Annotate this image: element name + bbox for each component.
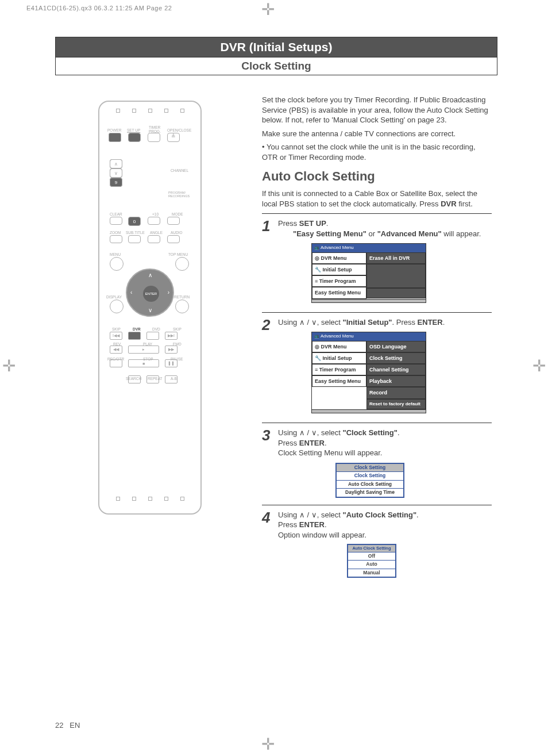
- nav-left-icon: ‹: [130, 289, 132, 296]
- grip-dot: [180, 109, 184, 113]
- step-4-pre: Using: [278, 511, 299, 519]
- step-4: 4 Using ∧ / ∨, select "Auto Clock Settin…: [262, 510, 492, 580]
- display-button[interactable]: [110, 300, 124, 313]
- fwd-button[interactable]: ▶▶: [165, 346, 177, 354]
- skip-next-button[interactable]: ▶▶I: [165, 332, 177, 340]
- osd2-left-2: ≡ Timer Program: [312, 364, 366, 375]
- step-1-appear: will appear.: [442, 229, 481, 238]
- step-4-press-a: Press: [278, 520, 299, 529]
- grip-dot: [180, 497, 184, 501]
- step-3: 3 Using ∧ / ∨, select "Clock Setting". P…: [262, 428, 492, 500]
- step-2-pre: Using: [278, 318, 299, 327]
- setup-button[interactable]: [128, 133, 141, 142]
- search-button[interactable]: [128, 375, 141, 383]
- osd-menu-1: 📺 Advanced Menu ◎ DVR Menu 🔧 Initial Set…: [311, 243, 426, 302]
- down-arrow-icon: ∨: [311, 318, 317, 327]
- auto-clock-row-2: Manual: [348, 569, 395, 577]
- label-dvr: DVR: [133, 327, 141, 331]
- grip-dot: [116, 109, 120, 113]
- label-topmenu: TOP MENU: [168, 252, 188, 256]
- step-2-post2: .: [443, 318, 445, 327]
- repeat-button[interactable]: [146, 375, 159, 383]
- auto-clock-menu: Auto Clock Setting Off Auto Manual: [347, 544, 396, 578]
- auto-intro-dvr: DVR: [441, 199, 456, 208]
- osd2-right-0: OSD Language: [366, 341, 426, 352]
- step-3-press-a: Press: [278, 439, 299, 447]
- page-footer: 22 EN: [55, 721, 80, 730]
- osd1-left-2: ≡ Timer Program: [312, 275, 366, 287]
- label-dvd: DVD: [152, 327, 160, 331]
- osd1-left-1: 🔧 Initial Setup: [312, 264, 366, 275]
- grip-dot: [164, 109, 168, 113]
- step-4-post: .: [416, 511, 419, 519]
- zoom-button[interactable]: [110, 235, 122, 243]
- step-1-text-a: Press: [278, 219, 299, 228]
- angle-button[interactable]: [148, 235, 160, 243]
- timer-prog-button[interactable]: [148, 133, 160, 142]
- ab-button[interactable]: [165, 375, 177, 383]
- auto-intro-c: first.: [457, 199, 473, 208]
- channel-up-button[interactable]: ∧: [110, 159, 122, 168]
- top-menu-button[interactable]: [175, 257, 189, 271]
- step-2-number: 2: [262, 317, 278, 419]
- subtitle-button[interactable]: [128, 235, 141, 243]
- rec-otr-button[interactable]: [110, 359, 122, 367]
- down-arrow-icon: ∨: [311, 511, 317, 519]
- osd2-left-0: ◎ DVR Menu: [312, 341, 366, 352]
- osd2-right-3: Playback: [366, 375, 426, 387]
- return-button[interactable]: [175, 300, 189, 313]
- mode-button[interactable]: [167, 217, 180, 225]
- osd2-right-5: Reset to factory default: [366, 399, 426, 410]
- clear-button[interactable]: [110, 217, 122, 225]
- osd2-title: 📺 Advanced Menu: [312, 332, 426, 341]
- dvd-button[interactable]: [146, 332, 159, 340]
- step-3-press-b: .: [325, 439, 327, 447]
- label-audio: AUDIO: [171, 231, 183, 235]
- stop-button[interactable]: ■: [128, 359, 159, 367]
- osd2-right-1: Clock Setting: [366, 352, 426, 364]
- osd1-right-blank: [366, 264, 426, 288]
- num-9-button[interactable]: 9: [110, 178, 122, 187]
- osd1-left-3: Easy Setting Menu: [312, 287, 366, 298]
- osd2-left-3: Easy Setting Menu: [312, 375, 366, 387]
- step-1: 1 Press SET UP. "Easy Setting Menu" or "…: [262, 218, 492, 307]
- audio-button[interactable]: [167, 235, 180, 243]
- step-3-pre: Using: [278, 428, 299, 437]
- page-lang: EN: [70, 721, 80, 730]
- channel-down-button[interactable]: ∨: [110, 168, 122, 178]
- step-2-target: "Initial Setup": [343, 318, 392, 327]
- step-4-number: 4: [262, 510, 278, 580]
- dvr-button[interactable]: [128, 332, 141, 340]
- skip-prev-button[interactable]: I◀◀: [110, 332, 122, 340]
- crop-mark-left: ✛: [2, 356, 16, 375]
- step-1-adv: "Advanced Menu": [377, 229, 442, 238]
- menu-button[interactable]: [110, 257, 124, 271]
- label-clear: CLEAR: [110, 212, 122, 216]
- step-3-sel: , select: [317, 428, 343, 437]
- step-1-text-c: .: [326, 219, 329, 228]
- remote-column: POWER SET UP TIMER PROG. OPEN/CLOSE CHAN…: [55, 95, 245, 584]
- up-arrow-icon: ∧: [299, 511, 305, 519]
- step-2-enter: ENTER: [418, 318, 443, 327]
- label-menu: MENU: [110, 252, 121, 256]
- play-button[interactable]: ▸: [128, 346, 159, 354]
- nav-dpad[interactable]: ∧ ∨ ‹ › ENTER: [126, 268, 174, 317]
- plus10-button[interactable]: [148, 217, 160, 225]
- page-number: 22: [55, 721, 63, 730]
- page-body: DVR (Initial Setups) Clock Setting POWER…: [55, 37, 497, 584]
- rev-button[interactable]: ◀◀: [110, 346, 122, 354]
- auto-intro: If this unit is connected to a Cable Box…: [262, 189, 492, 209]
- enter-button[interactable]: ENTER: [143, 286, 159, 302]
- grip-dot: [132, 497, 136, 501]
- osd1-right-blank2: [366, 288, 426, 298]
- step-3-enter: ENTER: [299, 439, 325, 447]
- clock-menu-row-0: Clock Setting: [337, 472, 403, 480]
- label-power: POWER: [107, 128, 122, 132]
- osd-menu-2: 📺 Advanced Menu ◎ DVR Menu 🔧 Initial Set…: [311, 332, 426, 413]
- num-0-button[interactable]: 0: [128, 217, 141, 226]
- open-close-button[interactable]: ≜: [167, 133, 180, 142]
- label-skip-r: SKIP: [173, 327, 182, 331]
- power-button[interactable]: [109, 133, 121, 142]
- step-2: 2 Using ∧ / ∨, select "Initial Setup". P…: [262, 317, 492, 419]
- pause-button[interactable]: ❚❚: [165, 359, 177, 367]
